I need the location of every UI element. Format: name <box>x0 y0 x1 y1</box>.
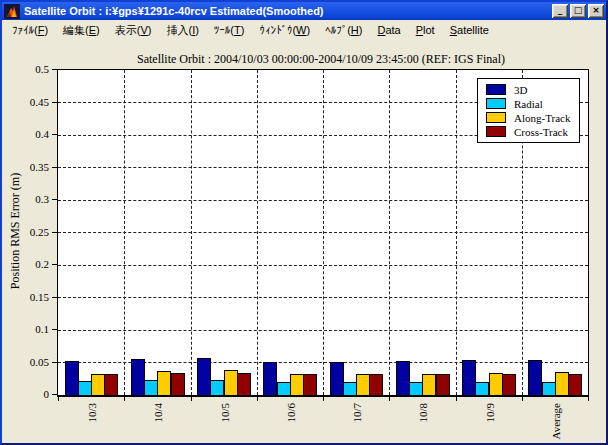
x-tick-mark <box>257 397 258 401</box>
bar-radial-10/4 <box>144 380 158 395</box>
bar-along-track-10/8 <box>422 374 436 395</box>
gridline <box>456 70 457 395</box>
bar-along-track-10/6 <box>290 374 304 395</box>
x-tick-mark <box>58 397 59 401</box>
gridline <box>191 70 192 395</box>
bar-cross-track-10/8 <box>436 374 450 395</box>
x-tick-label: Average <box>550 403 562 439</box>
gridline <box>389 70 390 395</box>
y-tick-label: 0.1 <box>2 323 49 335</box>
menu-item-data[interactable]: Data <box>371 22 406 38</box>
bar-3d-Average <box>528 360 542 395</box>
bar-cross-track-10/9 <box>502 374 516 395</box>
app-window: Satellite Orbit : i:¥gps¥1291c-40rcv Est… <box>0 0 608 445</box>
bar-radial-Average <box>542 382 556 395</box>
bar-3d-10/4 <box>131 359 145 395</box>
y-tick-mark <box>52 134 57 135</box>
y-tick-label: 0.4 <box>2 128 49 140</box>
x-tick-mark <box>522 397 523 401</box>
chart-title: Satellite Orbit : 2004/10/03 00:00:00-20… <box>56 52 586 67</box>
x-tick-label: 10/5 <box>219 403 231 423</box>
y-tick-label: 0.25 <box>2 226 49 238</box>
bar-along-track-10/9 <box>489 373 503 395</box>
bar-radial-10/8 <box>409 382 423 395</box>
bar-3d-10/3 <box>65 361 79 395</box>
bar-3d-10/9 <box>462 360 476 395</box>
bar-cross-track-Average <box>568 374 582 395</box>
bar-along-track-10/3 <box>91 374 105 395</box>
legend-swatch <box>486 126 506 137</box>
maximize-button[interactable]: □ <box>570 4 586 18</box>
x-tick-label: 10/7 <box>351 403 363 423</box>
legend-item-radial: Radial <box>478 97 579 111</box>
y-tick-mark <box>52 102 57 103</box>
x-tick-label: 10/9 <box>484 403 496 423</box>
minimize-button[interactable]: _ <box>552 4 568 18</box>
x-tick-label: 10/6 <box>285 403 297 423</box>
bar-along-track-Average <box>555 372 569 395</box>
y-tick-mark <box>52 329 57 330</box>
bar-along-track-10/5 <box>224 370 238 395</box>
legend-swatch <box>486 112 506 123</box>
x-tick-mark <box>323 397 324 401</box>
x-tick-mark <box>191 397 192 401</box>
x-tick-mark <box>389 397 390 401</box>
menu-item-help[interactable]: ﾍﾙﾌﾟ(H) <box>319 22 368 38</box>
bar-3d-10/8 <box>396 361 410 395</box>
legend-label: Radial <box>514 98 543 110</box>
bar-radial-10/3 <box>78 381 92 395</box>
legend: 3DRadialAlong-TrackCross-Track <box>477 78 580 143</box>
gridline <box>124 70 125 395</box>
menu-item-edit[interactable]: 編集(E) <box>57 21 106 40</box>
legend-item-3d: 3D <box>478 83 579 97</box>
x-tick-mark <box>124 397 125 401</box>
y-tick-mark <box>52 362 57 363</box>
y-tick-mark <box>52 199 57 200</box>
menu-item-view[interactable]: 表示(V) <box>109 21 158 40</box>
x-tick-mark <box>588 397 589 401</box>
bar-radial-10/6 <box>277 382 291 395</box>
x-tick-mark <box>456 397 457 401</box>
legend-label: 3D <box>514 84 527 96</box>
menu-item-insert[interactable]: 挿入(I) <box>160 21 204 40</box>
close-button[interactable]: × <box>588 4 604 18</box>
legend-item-cross-track: Cross-Track <box>478 125 579 139</box>
y-tick-label: 0.35 <box>2 161 49 173</box>
menu-item-window[interactable]: ｳｨﾝﾄﾞｳ(W) <box>253 22 316 38</box>
bar-cross-track-10/3 <box>104 374 118 395</box>
bar-along-track-10/7 <box>356 374 370 395</box>
gridline <box>257 70 258 395</box>
bar-3d-10/5 <box>197 358 211 395</box>
bar-along-track-10/4 <box>157 371 171 395</box>
bar-3d-10/7 <box>330 362 344 395</box>
y-tick-mark <box>52 264 57 265</box>
bar-cross-track-10/4 <box>171 373 185 395</box>
gridline <box>323 70 324 395</box>
y-tick-label: 0.15 <box>2 291 49 303</box>
titlebar[interactable]: Satellite Orbit : i:¥gps¥1291c-40rcv Est… <box>2 2 606 20</box>
bar-cross-track-10/5 <box>237 373 251 395</box>
menu-item-satellite[interactable]: Satellite <box>444 22 495 38</box>
figure-area: Satellite Orbit : 2004/10/03 00:00:00-20… <box>2 40 606 443</box>
y-tick-mark <box>52 394 57 395</box>
legend-swatch <box>486 98 506 109</box>
x-tick-label: 10/4 <box>152 403 164 423</box>
y-tick-label: 0.5 <box>2 63 49 75</box>
y-tick-mark <box>52 297 57 298</box>
legend-swatch <box>486 84 506 95</box>
y-tick-label: 0.3 <box>2 193 49 205</box>
y-tick-label: 0.45 <box>2 96 49 108</box>
menu-item-tools[interactable]: ﾂｰﾙ(T) <box>208 22 251 38</box>
y-tick-label: 0 <box>2 388 49 400</box>
bar-radial-10/9 <box>475 382 489 395</box>
menu-item-plot[interactable]: Plot <box>410 22 441 38</box>
x-tick-label: 10/3 <box>86 403 98 423</box>
bar-radial-10/7 <box>343 382 357 395</box>
legend-item-along-track: Along-Track <box>478 111 579 125</box>
bar-cross-track-10/7 <box>369 374 383 395</box>
y-tick-mark <box>52 232 57 233</box>
legend-label: Along-Track <box>514 112 570 124</box>
y-tick-mark <box>52 69 57 70</box>
matlab-flame-icon <box>4 4 20 19</box>
menu-item-file[interactable]: ﾌｧｲﾙ(F) <box>6 22 54 38</box>
